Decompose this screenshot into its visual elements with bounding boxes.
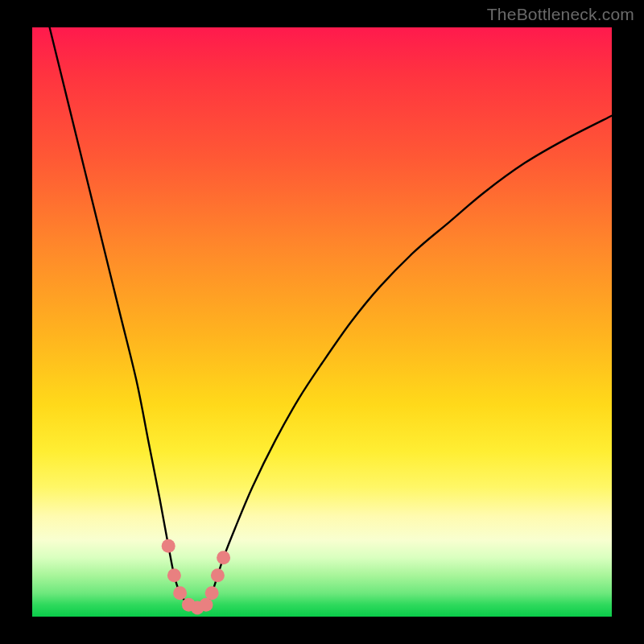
highlight-dot bbox=[162, 539, 175, 553]
highlight-dot bbox=[173, 586, 187, 600]
highlight-dot bbox=[205, 586, 219, 600]
highlight-dot bbox=[200, 598, 213, 612]
plot-area bbox=[32, 27, 612, 617]
highlight-dots bbox=[162, 539, 230, 615]
highlight-dot bbox=[211, 568, 225, 582]
bottleneck-curve bbox=[50, 27, 612, 608]
highlight-dot bbox=[167, 568, 181, 582]
chart-frame: TheBottleneck.com bbox=[0, 0, 644, 644]
curve-svg bbox=[32, 27, 612, 617]
highlight-dot bbox=[217, 551, 230, 564]
watermark-text: TheBottleneck.com bbox=[487, 5, 634, 24]
